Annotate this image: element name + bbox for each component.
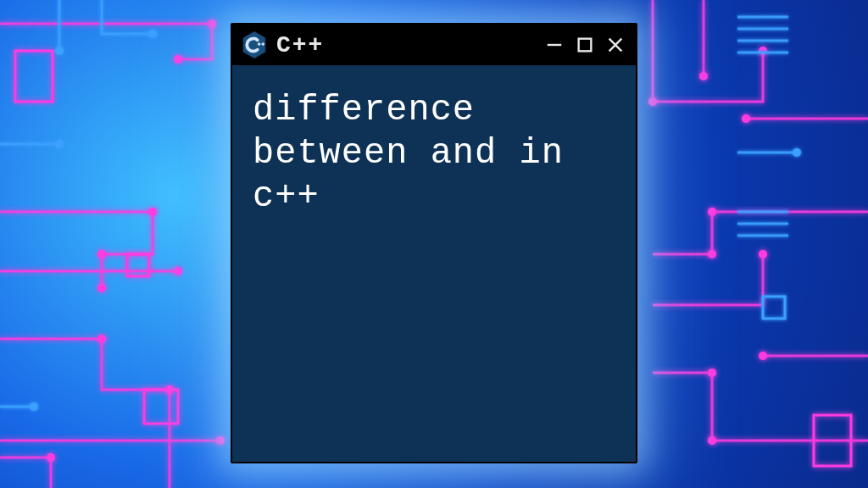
svg-point-10 bbox=[699, 72, 708, 80]
svg-rect-21 bbox=[144, 390, 178, 424]
svg-point-16 bbox=[708, 436, 716, 445]
svg-point-18 bbox=[216, 436, 225, 445]
minimize-button[interactable] bbox=[544, 35, 565, 55]
svg-point-11 bbox=[742, 114, 750, 123]
terminal-window: C++ difference between and in c++ bbox=[231, 23, 637, 463]
close-button[interactable] bbox=[605, 35, 626, 55]
cpp-hex-icon bbox=[241, 31, 268, 58]
svg-point-0 bbox=[208, 19, 216, 28]
svg-rect-20 bbox=[127, 254, 149, 276]
svg-rect-23 bbox=[814, 415, 851, 466]
svg-point-9 bbox=[759, 47, 767, 55]
svg-rect-36 bbox=[579, 39, 592, 52]
svg-point-27 bbox=[30, 402, 38, 411]
svg-point-14 bbox=[759, 250, 767, 258]
svg-point-15 bbox=[708, 369, 716, 377]
svg-point-6 bbox=[97, 335, 106, 343]
svg-point-4 bbox=[97, 284, 106, 292]
svg-point-7 bbox=[165, 385, 174, 394]
maximize-button[interactable] bbox=[575, 35, 595, 55]
svg-rect-29 bbox=[763, 297, 785, 319]
titlebar[interactable]: C++ bbox=[232, 25, 636, 65]
svg-point-5 bbox=[174, 267, 182, 275]
svg-point-17 bbox=[759, 352, 767, 360]
terminal-content: difference between and in c++ bbox=[232, 65, 636, 462]
svg-point-13 bbox=[708, 250, 716, 258]
svg-point-8 bbox=[648, 97, 657, 106]
svg-point-26 bbox=[55, 140, 64, 148]
svg-point-25 bbox=[148, 30, 157, 38]
svg-point-12 bbox=[708, 208, 716, 216]
svg-point-3 bbox=[97, 250, 106, 258]
window-title: C++ bbox=[276, 32, 536, 58]
svg-rect-22 bbox=[15, 51, 53, 102]
window-controls bbox=[544, 35, 626, 55]
svg-point-28 bbox=[793, 148, 801, 157]
svg-point-24 bbox=[55, 47, 64, 55]
svg-point-19 bbox=[47, 453, 55, 462]
svg-point-2 bbox=[148, 208, 157, 216]
svg-point-1 bbox=[174, 55, 182, 64]
